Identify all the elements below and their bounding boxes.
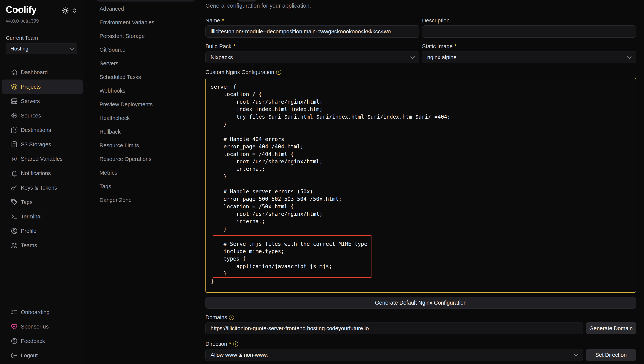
subnav-item-rollback[interactable]: Rollback — [97, 125, 195, 138]
name-label: Name* — [206, 16, 420, 25]
sidebar-item-keys-tokens[interactable]: Keys & Tokens — [2, 180, 83, 195]
sidebar-nav: Dashboard Projects Servers Sources Desti… — [2, 65, 83, 253]
required-asterisk: * — [229, 341, 231, 347]
sidebar-item-shared-variables[interactable]: (x) Shared Variables — [2, 152, 83, 166]
generate-default-nginx-button[interactable]: Generate Default Nginx Configuration — [206, 297, 636, 309]
name-input[interactable] — [206, 26, 420, 38]
subnav-item-resource-operations[interactable]: Resource Operations — [97, 152, 195, 166]
build-pack-label: Build Pack* — [206, 42, 420, 51]
chevron-down-icon — [410, 55, 415, 59]
git-icon — [10, 112, 18, 119]
sidebar-item-s3-storages[interactable]: S3 Storages — [2, 137, 83, 152]
sidebar-item-sources[interactable]: Sources — [2, 108, 83, 123]
subnav-item-servers[interactable]: Servers — [97, 57, 195, 70]
required-asterisk: * — [454, 43, 456, 50]
sidebar-item-tags[interactable]: Tags — [2, 195, 83, 209]
info-icon[interactable] — [229, 315, 234, 320]
static-image-value: nginx:alpine — [427, 54, 456, 61]
subnav-item-advanced[interactable]: Advanced — [97, 2, 195, 16]
logout-icon — [10, 352, 18, 359]
sidebar-footer-nav: Onboarding Sponsor us Feedback Logout — [2, 305, 83, 363]
generate-domain-button[interactable]: Generate Domain — [586, 322, 636, 334]
subnav-item-persistent-storage[interactable]: Persistent Storage — [97, 29, 195, 43]
checklist-icon — [10, 309, 18, 316]
heart-icon — [10, 323, 18, 330]
direction-label: Direction* — [206, 340, 636, 348]
description-input[interactable] — [422, 26, 636, 38]
subnav-item-tags[interactable]: Tags — [97, 179, 195, 193]
nginx-config-editor[interactable]: server { location / { root /usr/share/ng… — [206, 78, 636, 293]
layers-icon — [10, 83, 18, 90]
subnav-item-metrics[interactable]: Metrics — [97, 166, 195, 179]
chevron-up-down-icon[interactable] — [71, 7, 78, 14]
app-version: v4.0.0-beta.399 — [6, 18, 39, 24]
sidebar-item-projects[interactable]: Projects — [2, 80, 83, 94]
bell-icon — [10, 170, 18, 177]
users-icon — [10, 242, 18, 249]
sidebar-item-notifications[interactable]: Notifications — [2, 166, 83, 180]
sidebar-item-profile[interactable]: Profile — [2, 224, 83, 238]
domains-input[interactable] — [206, 322, 583, 334]
direction-select[interactable]: Allow www & non-www. — [206, 349, 583, 361]
database-icon — [10, 141, 18, 148]
set-direction-button[interactable]: Set Direction — [586, 349, 636, 361]
coolify-app: Coolify v4.0.0-beta.399 Current Team Hos… — [0, 0, 644, 364]
sidebar-item-servers[interactable]: Servers — [2, 94, 83, 108]
user-icon — [10, 227, 18, 235]
subnav-item-scheduled-tasks[interactable]: Scheduled Tasks — [97, 70, 195, 84]
page-subtitle: General configuration for your applicati… — [206, 2, 636, 9]
domains-row: Generate Domain — [206, 322, 636, 334]
domains-label: Domains — [206, 313, 636, 321]
required-asterisk: * — [222, 18, 224, 24]
sidebar-item-terminal[interactable]: Terminal — [2, 209, 83, 224]
static-image-select[interactable]: nginx:alpine — [422, 51, 636, 63]
subnav-list: Advanced Environment Variables Persisten… — [97, 2, 195, 207]
static-image-label: Static Image* — [422, 42, 636, 51]
sidebar-item-teams[interactable]: Teams — [2, 238, 83, 253]
build-pack-value: Nixpacks — [210, 54, 233, 61]
nginx-config-text[interactable]: server { location / { root /usr/share/ng… — [206, 78, 636, 285]
subnav-item-danger-zone[interactable]: Danger Zone — [97, 193, 195, 207]
variables-icon: (x) — [10, 155, 18, 162]
info-icon[interactable] — [276, 70, 281, 75]
subnav-item-preview-deployments[interactable]: Preview Deployments — [97, 98, 195, 111]
required-asterisk: * — [233, 43, 236, 50]
server-icon — [10, 98, 18, 105]
map-icon — [10, 126, 18, 134]
team-select[interactable]: Hosting — [6, 43, 77, 54]
team-select-value: Hosting — [10, 46, 28, 52]
settings-subnav: Advanced Environment Variables Persisten… — [84, 0, 206, 364]
home-icon — [10, 69, 18, 76]
subnav-item-healthcheck[interactable]: Healthcheck — [97, 111, 195, 125]
subnav-item-environment-variables[interactable]: Environment Variables — [97, 16, 195, 29]
info-icon[interactable] — [233, 341, 238, 346]
subnav-item-webhooks[interactable]: Webhooks — [97, 84, 195, 98]
build-pack-select[interactable]: Nixpacks — [206, 51, 420, 63]
sidebar-footer-item-logout[interactable]: Logout — [2, 348, 83, 363]
chevron-down-icon — [574, 352, 578, 356]
chevron-down-icon — [627, 55, 632, 59]
sidebar-footer-item-feedback[interactable]: Feedback — [2, 334, 83, 348]
terminal-icon — [10, 213, 18, 220]
subnav-active-item-partial[interactable] — [97, 0, 195, 2]
svg-text:(x): (x) — [12, 156, 17, 161]
description-label: Description — [422, 16, 636, 25]
subnav-item-resource-limits[interactable]: Resource Limits — [97, 138, 195, 152]
subnav-item-git-source[interactable]: Git Source — [97, 43, 195, 57]
fields-row-1: Name* Description — [206, 9, 636, 38]
help-icon — [10, 337, 18, 345]
sidebar-item-destinations[interactable]: Destinations — [2, 123, 83, 137]
sidebar: Coolify v4.0.0-beta.399 Current Team Hos… — [0, 0, 84, 364]
sidebar-footer-item-sponsor-us[interactable]: Sponsor us — [2, 319, 83, 334]
chevron-down-icon — [69, 46, 74, 51]
direction-row: Allow www & non-www. Set Direction — [206, 349, 636, 361]
general-settings-panel: General configuration for your applicati… — [206, 0, 636, 361]
fields-row-2: Build Pack* Nixpacks Static Image* nginx… — [206, 38, 636, 63]
current-team-label: Current Team — [6, 35, 38, 41]
sidebar-item-dashboard[interactable]: Dashboard — [2, 65, 83, 80]
sidebar-footer-item-onboarding[interactable]: Onboarding — [2, 305, 83, 319]
nginx-config-label: Custom Nginx Configuration — [206, 68, 636, 76]
top-cropped-element — [238, 0, 256, 2]
theme-sun-icon[interactable] — [61, 7, 69, 15]
direction-value: Allow www & non-www. — [210, 352, 268, 358]
